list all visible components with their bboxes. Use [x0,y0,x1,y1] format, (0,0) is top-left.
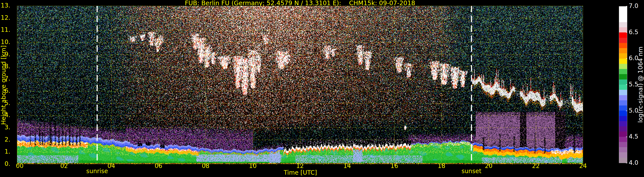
x-axis-tick-mark [135,164,135,165]
x-axis-tick-mark [300,164,300,166]
y-tick-label: 6. [0,88,10,94]
colorbar-tick-label: 4.0 [629,160,638,166]
y-tick-label: 7. [0,76,10,82]
x-axis-tick-mark [489,164,489,166]
sunrise-annotation: sunrise [86,167,108,175]
x-axis-tick-mark [394,164,395,166]
y-tick-label: 0. [0,161,10,167]
x-axis-tick-mark [158,164,159,166]
colorbar-tick-mark [626,163,627,163]
x-axis-tick-mark [512,164,512,165]
x-axis-tick-mark [536,164,536,166]
y-tick-label: 4. [0,112,10,118]
x-axis-tick-mark [560,164,560,165]
x-axis-tick-mark [64,164,64,166]
y-tick-label: 2. [0,137,10,143]
x-axis-tick-mark [347,164,348,166]
x-axis-tick-mark [442,164,442,166]
x-axis-tick-mark [206,164,206,166]
y-tick-label: 11. [0,27,10,33]
colorbar-tick-mark [626,137,627,137]
colorbar-tick-mark [626,84,627,85]
y-tick-label: 10. [0,39,10,45]
y-tick-label: 5. [0,100,10,106]
y-tick-label: 1. [0,149,10,155]
x-axis-tick-mark [40,164,41,165]
x-axis-tick-mark [229,164,230,165]
sunset-annotation: sunset [462,167,482,175]
y-tick-label: 3. [0,124,10,130]
x-axis-tick-mark [182,164,182,165]
x-axis-tick-mark [465,164,465,165]
y-tick-label: 13. [0,3,10,9]
y-tick-label: 9. [0,51,10,57]
y-tick-label: 12. [0,15,10,21]
colorbar-tick-mark [626,58,627,59]
lidar-quicklook-canvas [17,6,583,164]
x-axis-tick-mark [371,164,371,165]
colorbar-tick-mark [626,6,627,7]
x-axis-tick-mark [583,164,584,166]
colorbar-tick-mark [626,32,627,33]
colorbar-tick-label: 4.5 [629,134,638,140]
colorbar-title: log(rc-signal) @ 1064 nm [637,47,644,123]
x-axis-tick-mark [88,164,88,165]
colorbar-tick-label: 6.5 [629,29,638,35]
x-axis-tick-mark [253,164,253,166]
x-axis-tick-mark [17,164,18,166]
x-axis-title: Time [UTC] [284,169,317,176]
x-axis-tick-mark [111,164,112,166]
y-tick-label: 8. [0,63,10,69]
colorbar-tick-label: 7.0 [629,3,638,9]
x-axis-tick-mark [324,164,324,165]
figure: FUB: Berlin FU (Germany; 52.4579 N / 13.… [0,0,644,177]
x-axis-tick-mark [418,164,418,165]
colorbar-tick-mark [626,111,627,111]
